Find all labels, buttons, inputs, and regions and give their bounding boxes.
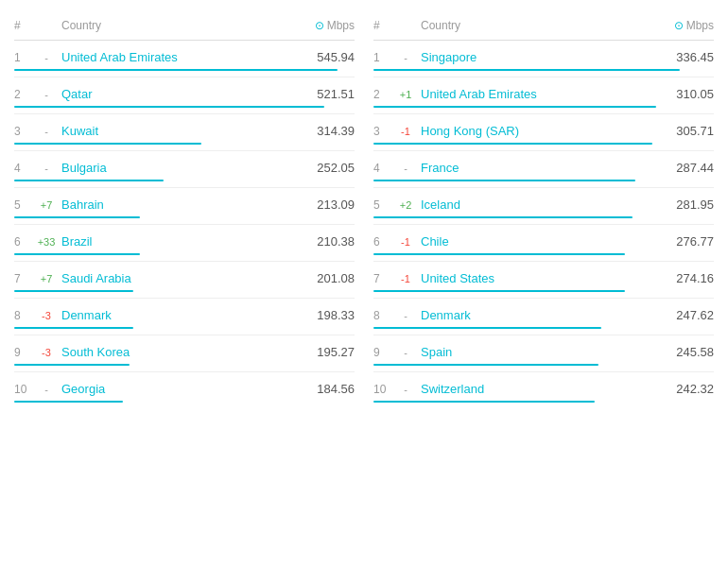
left-table-body: 1 - United Arab Emirates 545.94 2 - Qata…	[14, 43, 355, 406]
speed-value: 281.95	[652, 198, 714, 212]
speed-value: 274.16	[652, 271, 714, 285]
change-value: -1	[390, 126, 421, 137]
change-value: -	[31, 126, 61, 137]
country-name[interactable]: Spain	[421, 345, 652, 359]
rank-header: #	[14, 19, 31, 32]
row-divider	[14, 150, 355, 151]
speed-bar	[14, 290, 133, 292]
table-row: 4 - Bulgaria 252.05	[14, 153, 355, 185]
table-row: 1 - United Arab Emirates 545.94	[14, 43, 355, 75]
country-name[interactable]: Georgia	[61, 382, 293, 396]
change-value: -	[31, 384, 61, 395]
change-value: -	[31, 52, 61, 63]
row-divider	[14, 298, 355, 299]
table-row: 10 - Switzerland 242.32	[373, 374, 714, 406]
rank-number: 7	[373, 272, 390, 285]
country-name[interactable]: United Arab Emirates	[61, 50, 293, 64]
speed-value: 310.05	[652, 87, 714, 101]
right-table-body: 1 - Singapore 336.45 2 +1 United Arab Em…	[373, 43, 714, 406]
country-name[interactable]: Bulgaria	[61, 161, 293, 175]
speed-value: 213.09	[293, 198, 355, 212]
speed-bar	[14, 253, 140, 255]
rank-header-right: #	[373, 19, 390, 32]
table-row: 3 -1 Hong Kong (SAR) 305.71	[373, 116, 714, 148]
rank-number: 8	[373, 309, 390, 322]
speed-bar	[373, 69, 680, 71]
download-icon-right: ⊙	[674, 19, 684, 32]
speed-value: 184.56	[293, 382, 355, 396]
right-table: # Country ⊙Mbps 1 - Singapore 336.45 2 +…	[373, 19, 714, 406]
country-name[interactable]: Qatar	[61, 87, 293, 101]
country-header: Country	[61, 19, 293, 32]
change-value: +7	[31, 273, 61, 284]
row-divider	[14, 261, 355, 262]
row-divider	[14, 335, 355, 335]
rank-number: 6	[14, 235, 31, 249]
speed-value: 245.58	[652, 345, 714, 359]
table-row: 3 - Kuwait 314.39	[14, 116, 355, 148]
country-name[interactable]: United Arab Emirates	[421, 87, 652, 101]
change-value: -	[390, 347, 421, 358]
table-row: 2 +1 United Arab Emirates 310.05	[373, 79, 714, 112]
row-divider	[373, 187, 714, 188]
country-name[interactable]: Denmark	[61, 308, 293, 322]
country-name[interactable]: Iceland	[421, 198, 652, 212]
country-name[interactable]: Bahrain	[61, 198, 293, 212]
country-name[interactable]: Chile	[421, 234, 652, 249]
row-divider	[14, 187, 355, 188]
country-name[interactable]: Saudi Arabia	[61, 271, 293, 285]
change-value: +2	[390, 199, 421, 211]
table-row: 1 - Singapore 336.45	[373, 43, 714, 75]
row-divider	[373, 261, 714, 262]
table-row: 5 +2 Iceland 281.95	[373, 190, 714, 222]
mbps-header-right: ⊙Mbps	[652, 19, 714, 32]
country-name[interactable]: Switzerland	[421, 382, 652, 396]
table-row: 2 - Qatar 521.51	[14, 79, 355, 112]
country-name[interactable]: South Korea	[61, 345, 293, 359]
table-row: 8 -3 Denmark 198.33	[14, 301, 355, 333]
country-name[interactable]: Kuwait	[61, 124, 293, 138]
row-divider	[373, 77, 714, 77]
speed-value: 287.44	[652, 161, 714, 175]
table-row: 6 +33 Brazil 210.38	[14, 227, 355, 259]
row-divider	[373, 224, 714, 225]
speed-bar	[373, 216, 633, 218]
speed-bar	[14, 69, 338, 71]
speed-value: 305.71	[652, 124, 714, 138]
country-name[interactable]: Denmark	[421, 308, 652, 322]
speed-bar	[14, 180, 164, 181]
row-divider	[373, 113, 714, 114]
change-value: -1	[390, 273, 421, 284]
row-divider	[14, 224, 355, 225]
speed-value: 521.51	[293, 87, 355, 101]
row-divider	[373, 298, 714, 299]
right-table-header: # Country ⊙Mbps	[373, 19, 714, 41]
speed-value: 247.62	[652, 308, 714, 322]
speed-value: 198.33	[293, 308, 355, 322]
change-value: +7	[31, 199, 61, 211]
speed-value: 242.32	[652, 382, 714, 396]
rank-number: 8	[14, 309, 31, 322]
country-name[interactable]: Singapore	[421, 50, 652, 64]
country-name[interactable]: France	[421, 161, 652, 175]
rank-number: 10	[14, 383, 31, 396]
rank-number: 7	[14, 272, 31, 285]
tables-wrapper: # Country ⊙Mbps 1 - United Arab Emirates…	[14, 19, 714, 406]
country-name[interactable]: Brazil	[61, 234, 293, 249]
speed-bar	[373, 401, 595, 403]
change-value: -	[31, 163, 61, 174]
speed-bar	[373, 143, 652, 145]
change-value: -3	[31, 347, 61, 358]
change-value: -	[390, 52, 421, 63]
country-name[interactable]: Hong Kong (SAR)	[421, 124, 652, 138]
change-value: +33	[31, 236, 61, 248]
rank-number: 3	[14, 125, 31, 138]
row-divider	[373, 335, 714, 335]
change-value: -1	[390, 236, 421, 248]
table-row: 4 - France 287.44	[373, 153, 714, 185]
change-value: -3	[31, 310, 61, 321]
speed-value: 210.38	[293, 234, 355, 249]
speed-bar	[373, 253, 625, 255]
country-name[interactable]: United States	[421, 271, 652, 285]
table-row: 9 - Spain 245.58	[373, 337, 714, 369]
